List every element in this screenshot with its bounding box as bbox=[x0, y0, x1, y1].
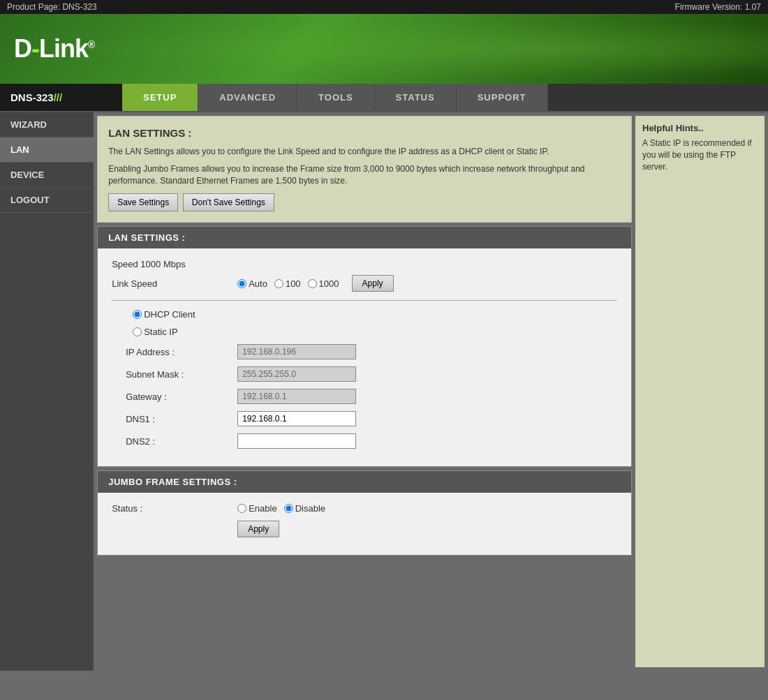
tab-status[interactable]: STATUS bbox=[375, 84, 457, 111]
link-speed-radio-group: Auto 100 1000 Apply bbox=[237, 275, 393, 292]
divider-1 bbox=[112, 300, 617, 301]
dhcp-text: DHCP Client bbox=[144, 309, 195, 320]
logo-text: D-Link® bbox=[14, 34, 94, 63]
lan-settings-body: Speed 1000 Mbps Link Speed Auto 100 bbox=[98, 248, 631, 466]
jumbo-enable-label[interactable]: Enable bbox=[237, 503, 276, 514]
tab-setup[interactable]: SETUP bbox=[122, 84, 198, 111]
sidebar-item-device[interactable]: DEVICE bbox=[0, 163, 94, 188]
subnet-mask-row: Subnet Mask : bbox=[112, 366, 617, 382]
dns1-row: DNS1 : bbox=[112, 411, 617, 426]
device-name: DNS-323 bbox=[10, 91, 54, 103]
static-ip-row: Static IP bbox=[112, 327, 617, 337]
jumbo-enable-text: Enable bbox=[249, 503, 276, 514]
gateway-row: Gateway : bbox=[112, 389, 617, 404]
top-bar: Product Page: DNS-323 Firmware Version: … bbox=[0, 0, 768, 14]
lan-settings-header: LAN SETTINGS : bbox=[98, 227, 631, 248]
dns1-input[interactable] bbox=[237, 411, 356, 426]
jumbo-status-radio-group: Enable Disable bbox=[237, 503, 325, 514]
device-slashes: /// bbox=[54, 91, 63, 103]
radio-1000-label[interactable]: 1000 bbox=[308, 278, 339, 289]
helpful-hints-text: A Static IP is recommended if you will b… bbox=[642, 137, 758, 172]
dns2-label: DNS2 : bbox=[112, 436, 237, 447]
dont-save-settings-button[interactable]: Don't Save Settings bbox=[183, 193, 274, 211]
dns2-row: DNS2 : bbox=[112, 433, 617, 449]
main-layout: WIZARD LAN DEVICE LOGOUT LAN SETTINGS : … bbox=[0, 112, 768, 671]
link-speed-row: Link Speed Auto 100 bbox=[112, 275, 617, 292]
radio-jumbo-enable[interactable] bbox=[237, 504, 246, 513]
radio-1000-text: 1000 bbox=[319, 278, 339, 289]
infobox-description2: Enabling Jumbo Frames allows you to incr… bbox=[108, 163, 621, 187]
gateway-label: Gateway : bbox=[112, 392, 237, 402]
dhcp-row: DHCP Client bbox=[112, 309, 617, 320]
radio-auto-text: Auto bbox=[249, 278, 267, 289]
subnet-mask-label: Subnet Mask : bbox=[112, 369, 237, 380]
ip-address-label: IP Address : bbox=[112, 347, 237, 357]
jumbo-frame-body: Status : Enable Disable bbox=[98, 493, 631, 555]
static-ip-text: Static IP bbox=[144, 327, 177, 337]
dns2-input[interactable] bbox=[237, 433, 356, 449]
radio-100-text: 100 bbox=[286, 278, 301, 289]
radio-dhcp[interactable] bbox=[133, 310, 142, 319]
jumbo-apply-row: Apply bbox=[112, 521, 617, 537]
radio-jumbo-disable[interactable] bbox=[284, 504, 293, 513]
nav-tabs: DNS-323/// SETUP ADVANCED TOOLS STATUS S… bbox=[0, 84, 768, 112]
jumbo-disable-text: Disable bbox=[295, 503, 325, 514]
radio-auto[interactable] bbox=[237, 279, 246, 288]
helpful-hints-title: Helpful Hints.. bbox=[642, 123, 758, 133]
infobox-title: LAN SETTINGS : bbox=[108, 127, 621, 139]
logo: D-Link® bbox=[14, 34, 94, 64]
radio-static-ip[interactable] bbox=[133, 327, 142, 336]
radio-auto-label[interactable]: Auto bbox=[237, 278, 267, 289]
right-area: LAN SETTINGS : The LAN Settings allows y… bbox=[94, 112, 768, 671]
gateway-input[interactable] bbox=[237, 389, 356, 404]
helpful-hints: Helpful Hints.. A Static IP is recommend… bbox=[635, 116, 765, 667]
dns1-label: DNS1 : bbox=[112, 414, 237, 424]
subnet-mask-input[interactable] bbox=[237, 366, 356, 382]
jumbo-apply-button[interactable]: Apply bbox=[237, 521, 279, 537]
firmware-label: Firmware Version: 1.07 bbox=[675, 2, 761, 12]
save-settings-button[interactable]: Save Settings bbox=[108, 193, 178, 211]
jumbo-frame-header: JUMBO FRAME SETTINGS : bbox=[98, 471, 631, 493]
jumbo-frame-panel: JUMBO FRAME SETTINGS : Status : Enable bbox=[97, 470, 632, 556]
sidebar-item-lan[interactable]: LAN bbox=[0, 137, 94, 163]
sidebar-item-wizard[interactable]: WIZARD bbox=[0, 112, 94, 137]
link-speed-apply-button[interactable]: Apply bbox=[352, 275, 394, 292]
radio-100[interactable] bbox=[274, 279, 283, 288]
static-ip-label[interactable]: Static IP bbox=[133, 327, 177, 337]
jumbo-status-label: Status : bbox=[112, 503, 237, 514]
device-label: DNS-323/// bbox=[0, 84, 122, 111]
dhcp-label[interactable]: DHCP Client bbox=[133, 309, 195, 320]
radio-1000[interactable] bbox=[308, 279, 317, 288]
jumbo-status-row: Status : Enable Disable bbox=[112, 503, 617, 514]
speed-info: Speed 1000 Mbps bbox=[112, 259, 617, 269]
radio-100-label[interactable]: 100 bbox=[274, 278, 301, 289]
info-box-buttons: Save Settings Don't Save Settings bbox=[108, 193, 621, 211]
tab-support[interactable]: SUPPORT bbox=[457, 84, 548, 111]
product-label: Product Page: DNS-323 bbox=[7, 2, 97, 12]
sidebar-item-logout[interactable]: LOGOUT bbox=[0, 188, 94, 213]
ip-address-input[interactable] bbox=[237, 344, 356, 359]
ip-address-row: IP Address : bbox=[112, 344, 617, 359]
logo-trademark: ® bbox=[88, 39, 94, 50]
sidebar: WIZARD LAN DEVICE LOGOUT bbox=[0, 112, 94, 671]
info-box: LAN SETTINGS : The LAN Settings allows y… bbox=[97, 116, 632, 223]
header: D-Link® bbox=[0, 14, 768, 84]
jumbo-disable-label[interactable]: Disable bbox=[284, 503, 325, 514]
lan-settings-panel: LAN SETTINGS : Speed 1000 Mbps Link Spee… bbox=[97, 226, 632, 467]
link-speed-label: Link Speed bbox=[112, 278, 237, 289]
infobox-description1: The LAN Settings allows you to configure… bbox=[108, 146, 621, 158]
tab-advanced[interactable]: ADVANCED bbox=[198, 84, 297, 111]
tab-tools[interactable]: TOOLS bbox=[297, 84, 375, 111]
main-content: LAN SETTINGS : The LAN Settings allows y… bbox=[94, 112, 635, 671]
